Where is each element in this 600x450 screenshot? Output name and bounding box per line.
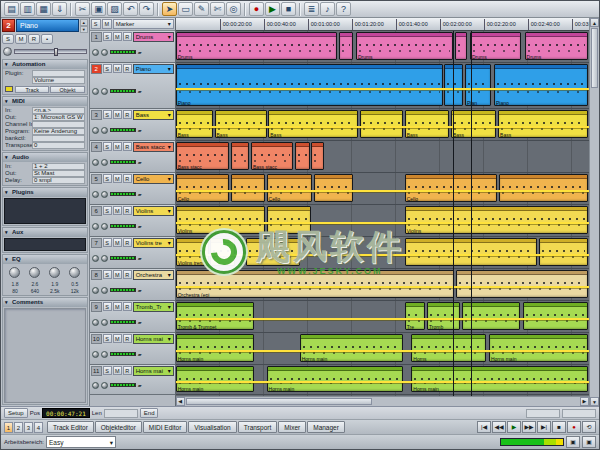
track-m-button[interactable]: M	[113, 334, 122, 343]
midi-clip[interactable]: Horns main	[411, 366, 588, 392]
track-r-button[interactable]: R	[123, 334, 132, 343]
field-value[interactable]: 1: Microsoft GS W	[32, 114, 85, 121]
fast-forward-button[interactable]: ▶▶	[522, 421, 536, 433]
midi-clip[interactable]	[231, 142, 249, 170]
automation-mode-button[interactable]: Track	[15, 86, 49, 93]
volume-knob[interactable]	[101, 255, 108, 262]
volume-knob[interactable]	[101, 49, 108, 56]
track-lane[interactable]: ViolinsViolins	[176, 205, 589, 237]
page-tab[interactable]: 3	[24, 422, 33, 433]
field-value[interactable]	[32, 121, 85, 128]
track-name-chip[interactable]: Piano▾	[133, 64, 174, 74]
track-s-button[interactable]: S	[103, 32, 112, 41]
import-audio-icon[interactable]: ⇓	[52, 2, 67, 16]
track-r-button[interactable]: R	[123, 64, 132, 73]
track-r-button[interactable]: R	[123, 270, 132, 279]
section-comments-header[interactable]: Comments	[3, 298, 87, 307]
solo-all-button[interactable]: S	[91, 19, 101, 29]
range-select-icon[interactable]: ▭	[178, 2, 193, 16]
track-name-chip[interactable]: Tromb_Tr▾	[133, 302, 174, 312]
midi-clip[interactable]: Tromb & Trumpet	[176, 302, 255, 330]
track-m-button[interactable]: M	[113, 64, 122, 73]
track-header[interactable]: 11SMRHorns mai▾▰	[90, 365, 175, 395]
midi-clip[interactable]: Horns main	[176, 366, 255, 392]
midi-clip[interactable]: Drums	[356, 32, 453, 60]
track-lane[interactable]: Tromb & TrumpetTreTromb	[176, 301, 589, 333]
track-lane[interactable]: Horns mainHorns mainHornsHorns main	[176, 333, 589, 365]
volume-knob[interactable]	[101, 127, 108, 134]
section-aux-header[interactable]: Aux	[3, 228, 87, 237]
record-button[interactable]: ●	[567, 421, 581, 433]
scissors-icon[interactable]: ✄	[210, 2, 225, 16]
spin-up-icon[interactable]: ▲	[80, 19, 88, 26]
section-midi-header[interactable]: MIDI	[3, 97, 87, 106]
hscroll-thumb[interactable]	[186, 398, 372, 405]
goto-end-button[interactable]: ▶|	[537, 421, 551, 433]
pan-knob[interactable]	[92, 159, 99, 166]
track-header[interactable]: 10SMRHorns mai▾▰	[90, 333, 175, 365]
plugins-list-box[interactable]	[4, 198, 86, 224]
field-value[interactable]: Volume	[32, 77, 85, 84]
track-lane[interactable]: Orchestra (epi	[176, 269, 589, 301]
midi-clip[interactable]	[210, 238, 235, 266]
midi-clip[interactable]: Bass	[498, 110, 588, 138]
track-s-button[interactable]: S	[103, 366, 112, 375]
midi-clip[interactable]	[360, 110, 403, 138]
inspector-s-button[interactable]: S	[2, 34, 14, 44]
volume-knob[interactable]	[101, 159, 108, 166]
midi-clip[interactable]: Bass	[405, 110, 450, 138]
editor-button[interactable]: Manager	[307, 421, 345, 433]
track-header[interactable]: 4SMRBass stacc▾▰	[90, 141, 175, 173]
track-name-chip[interactable]: Horns mai▾	[133, 366, 174, 376]
track-s-button[interactable]: S	[103, 238, 112, 247]
section-automation-header[interactable]: Automation	[3, 60, 87, 69]
track-name-chip[interactable]: Violins▾	[133, 206, 174, 216]
automation-color-swatch[interactable]	[5, 86, 13, 92]
play-icon[interactable]: ▶	[265, 2, 280, 16]
midi-clip[interactable]: Violins	[176, 206, 265, 234]
section-eq-header[interactable]: EQ	[3, 255, 87, 264]
midi-clip[interactable]: Cello	[267, 174, 312, 202]
midi-clip[interactable]: Bass	[215, 110, 267, 138]
scroll-up-icon[interactable]: ▲	[590, 18, 599, 27]
track-header[interactable]: 1SMRDrums▾▰	[90, 31, 175, 63]
pan-knob[interactable]	[92, 223, 99, 230]
track-s-button[interactable]: S	[103, 142, 112, 151]
track-m-button[interactable]: M	[113, 206, 122, 215]
midi-clip[interactable]: Piano	[176, 64, 443, 106]
page-tab[interactable]: 2	[14, 422, 23, 433]
inspector-m-button[interactable]: M	[15, 34, 27, 44]
track-m-button[interactable]: M	[113, 366, 122, 375]
field-value[interactable]: St Mast	[32, 170, 85, 177]
record-icon[interactable]: ●	[249, 2, 264, 16]
eq-knob[interactable]	[69, 267, 80, 278]
volume-knob[interactable]	[101, 351, 108, 358]
track-r-button[interactable]: R	[123, 238, 132, 247]
midi-editor-icon[interactable]: ♪	[320, 2, 335, 16]
track-r-button[interactable]: R	[123, 174, 132, 183]
track-r-button[interactable]: R	[123, 110, 132, 119]
midi-clip[interactable]: Horns main	[489, 334, 588, 362]
pan-knob[interactable]	[92, 88, 99, 95]
midi-clip[interactable]	[267, 206, 312, 234]
track-lane[interactable]: PianoPianPiano	[176, 63, 589, 109]
midi-clip[interactable]: Cello	[405, 174, 498, 202]
track-m-button[interactable]: M	[113, 238, 122, 247]
field-value[interactable]: 0	[32, 142, 85, 149]
end-button[interactable]: End	[140, 408, 159, 418]
midi-clip[interactable]: Cello	[176, 174, 230, 202]
field-value[interactable]: <n.a.>	[32, 107, 85, 114]
scroll-left-icon[interactable]: ◀	[176, 397, 185, 406]
midi-clip[interactable]: Bass	[451, 110, 496, 138]
grid-field[interactable]	[526, 409, 560, 418]
track-name-chip[interactable]: Drums▾	[133, 32, 174, 42]
editor-button[interactable]: Visualisation	[188, 421, 236, 433]
track-header[interactable]: 3SMRBass▾▰	[90, 109, 175, 141]
page-tab[interactable]: 4	[34, 422, 43, 433]
volume-knob[interactable]	[101, 382, 108, 389]
horizontal-scrollbar[interactable]: ◀ ▶	[176, 396, 589, 406]
vscroll-thumb[interactable]	[591, 28, 598, 88]
midi-clip[interactable]	[339, 32, 353, 60]
eq-knob[interactable]	[9, 267, 20, 278]
track-name-chip[interactable]: Violins tre▾	[133, 238, 174, 248]
